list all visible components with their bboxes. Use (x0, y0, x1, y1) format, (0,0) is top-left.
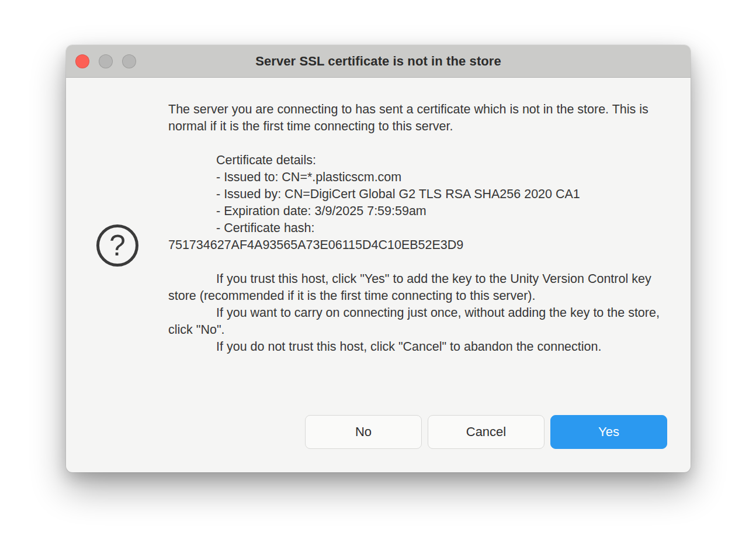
detail-hash-label: - Certificate hash: (168, 220, 670, 237)
trust-paragraph: If you trust this host, click "Yes" to a… (168, 271, 670, 305)
once-paragraph: If you want to carry on connecting just … (168, 305, 670, 338)
yes-button[interactable]: Yes (550, 415, 667, 449)
svg-text:?: ? (109, 229, 126, 262)
titlebar[interactable]: Server SSL certificate is not in the sto… (66, 45, 691, 78)
detail-expiration: - Expiration date: 3/9/2025 7:59:59am (168, 203, 670, 220)
desktop-background: Server SSL certificate is not in the sto… (0, 0, 756, 560)
detail-issued-by: - Issued by: CN=DigiCert Global G2 TLS R… (168, 186, 670, 203)
cancel-button[interactable]: Cancel (428, 415, 545, 449)
button-row: No Cancel Yes (305, 415, 667, 449)
details-header: Certificate details: (168, 152, 670, 169)
detail-issued-to: - Issued to: CN=*.plasticscm.com (168, 169, 670, 186)
no-button[interactable]: No (305, 415, 422, 449)
dialog-message: The server you are connecting to has sen… (168, 101, 670, 355)
intro-text: The server you are connecting to has sen… (168, 101, 670, 135)
question-circle-icon: ? (95, 223, 140, 268)
ssl-certificate-dialog: Server SSL certificate is not in the sto… (66, 45, 691, 472)
window-title: Server SSL certificate is not in the sto… (66, 45, 691, 78)
cancel-paragraph: If you do not trust this host, click "Ca… (168, 338, 670, 355)
certificate-hash: 751734627AF4A93565A73E06115D4C10EB52E3D9 (168, 237, 670, 254)
